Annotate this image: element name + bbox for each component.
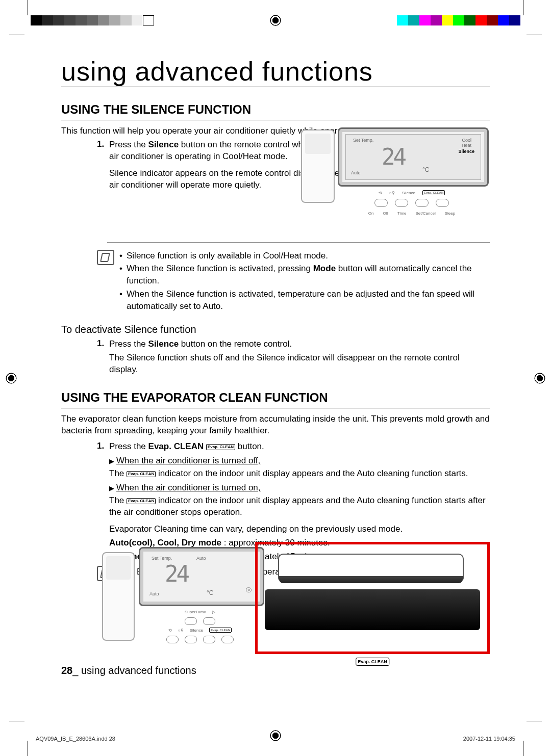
btn-label: Off [383,211,389,216]
section-heading-evap: USING THE EVAPORATOR CLEAN FUNCTION [61,390,490,405]
label-silence: Silence [458,149,474,154]
btn-label: Sleep [445,211,455,216]
imprint-line: AQV09A_IB_E_28606A.indd 28 2007-12-11 19… [36,736,515,742]
condition-on-body: The Evap. CLEAN indicator on the indoor … [109,495,490,518]
remote-illustration [102,552,135,641]
evap-clean-icon: Evap. CLEAN [127,498,156,504]
silence-figure: Set Temp. Cool Heat Silence Auto 24 °C ⟲… [301,127,490,217]
remote-buttons-illustration: SuperTurbo▷ ⟲○⚲ Silence Evap. CLEAN [139,607,261,643]
crop-mark [28,0,28,15]
imprint-timestamp: 2007-12-11 19:04:35 [463,736,515,742]
page-footer: 28_ using advanced functions [61,665,196,676]
note-list: •Silence function is only available in C… [119,250,490,314]
evap-clean-icon: Evap. CLEAN [127,471,156,477]
step-text: Press the Silence button on the remote c… [109,139,332,163]
step-number: 1. [97,441,109,453]
label-heat: Heat [462,143,471,148]
section-heading-silence: USING THE SILENCE FUNCTION [61,102,490,117]
condition-off: ▶When the air conditioner is turned off, [109,456,490,466]
display-panel [265,589,480,630]
condition-off-body: The Evap. CLEAN indicator on the indoor … [109,468,490,480]
display-illustration: Set Temp. Cool Heat Silence Auto 24 °C [338,127,489,187]
vary-text: Evaporator Cleaning time can vary, depen… [109,524,490,535]
btn-label: Time [397,211,406,216]
indoor-unit-illustration [278,554,464,581]
step-result: The Silence function shuts off and the S… [109,352,490,376]
evap-clean-icon: Evap. CLEAN [206,444,235,450]
wifi-icon: ⦾ [246,586,252,594]
label-set-temp: Set Temp. [152,556,172,561]
display-illustration: Set Temp. Auto 24 °C Auto ⦾ [139,547,264,606]
evap-clean-icon: Evap. CLEAN [356,658,389,666]
evap-clean-icon: Evap. CLEAN [209,628,232,633]
evap-clean-icon: Evap. CLEAN [422,190,445,195]
subheading-deactivate: To deactivate Silence function [61,324,490,335]
crop-mark [527,721,542,721]
step-number: 1. [97,338,109,350]
btn-label: Silence [190,628,203,633]
note-icon [97,250,114,265]
label-cool: Cool [462,138,471,143]
step-text: Press the Evap. CLEAN Evap. CLEAN button… [109,441,490,453]
remote-illustration [301,129,335,203]
registration-mark-icon [268,13,283,28]
imprint-file: AQV09A_IB_E_28606A.indd 28 [36,736,115,742]
crop-mark [28,741,28,756]
condition-on: ▶When the air conditioner is turned on, [109,483,490,493]
evap-intro: The evaporator clean function keeps mois… [61,413,490,437]
label-auto: Auto [149,591,159,596]
btn-label: SuperTurbo [185,610,206,614]
label-set-temp: Set Temp. [353,138,373,143]
btn-label: On [368,211,374,216]
crop-mark [527,35,542,35]
evap-remote-figure: Set Temp. Auto 24 °C Auto ⦾ SuperTurbo▷ … [102,547,270,649]
temp-value: 24 [165,561,188,587]
registration-mark-icon [4,371,18,385]
label-auto: Auto [351,170,361,175]
btn-label: Set/Cancel [416,211,436,216]
registration-mark-icon [533,371,547,385]
indoor-unit-figure: Evap. CLEAN [255,542,490,654]
temp-unit: °C [422,166,429,173]
chapter-title: using advanced functions [61,56,490,87]
crop-mark [9,35,24,35]
remote-buttons-illustration: ⟲○⚲ Silence Evap. CLEAN On Off Time Set/… [338,188,486,213]
crop-mark [523,741,523,756]
temp-value: 24 [382,144,405,170]
step-text: Press the Silence button on the remote c… [109,338,490,350]
temp-unit: °C [207,589,213,596]
crop-mark [9,721,24,721]
step-number: 1. [97,139,109,163]
label-auto: Auto [196,556,206,561]
crop-mark [523,0,523,15]
btn-label: Silence [402,191,415,195]
